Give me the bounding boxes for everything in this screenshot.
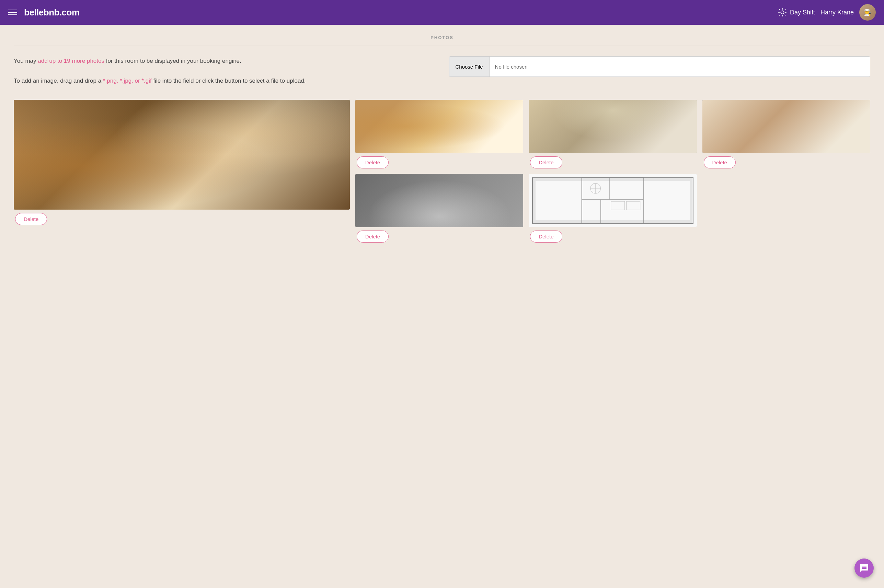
photo-item-4: Delete [702, 100, 870, 168]
top-section: You may add up to 19 more photos for thi… [14, 56, 870, 86]
bedroom-image [14, 100, 350, 210]
file-input-wrapper: Choose File No file chosen [449, 56, 870, 77]
svg-rect-13 [601, 200, 644, 224]
description: You may add up to 19 more photos for thi… [14, 56, 435, 86]
menu-icon[interactable] [8, 10, 17, 15]
desc-text2: for this room to be displayed in your bo… [104, 58, 241, 64]
dining-image [702, 100, 870, 153]
avatar-placeholder: 👨‍🍳 [859, 4, 876, 21]
photos-grid: Delete Delete Delete Delete [14, 100, 870, 243]
svg-line-8 [785, 9, 785, 10]
delete-button-4[interactable]: Delete [704, 156, 736, 168]
svg-rect-17 [611, 201, 625, 210]
svg-rect-10 [582, 177, 609, 200]
svg-point-14 [591, 183, 601, 194]
svg-line-6 [785, 15, 785, 15]
desc-highlight: add up to 19 more photos [38, 58, 104, 64]
section-title: PHOTOS [14, 35, 870, 46]
photo-floorplan [529, 174, 696, 227]
avatar: 👨‍🍳 [859, 4, 876, 21]
photo-dining [702, 100, 870, 153]
no-file-label: No file chosen [490, 60, 533, 73]
bathroom-image [355, 174, 523, 227]
hotel-room-image [355, 100, 523, 153]
description-line1: You may add up to 19 more photos for thi… [14, 56, 435, 66]
svg-rect-12 [582, 200, 601, 224]
svg-line-5 [779, 9, 780, 10]
user-name: Harry Krane [821, 9, 854, 16]
photo-hotel-room [355, 100, 523, 153]
photo-item-2: Delete [355, 100, 523, 168]
svg-rect-9 [582, 177, 644, 224]
inst-text2: file into the field or click the button … [152, 78, 306, 84]
photo-item-6: Delete [529, 174, 696, 243]
svg-rect-18 [627, 201, 640, 210]
header-right: Day Shift Harry Krane 👨‍🍳 [777, 4, 876, 21]
logo: bellebnb.com [24, 7, 80, 18]
main-content: PHOTOS You may add up to 19 more photos … [0, 25, 884, 253]
svg-point-0 [781, 10, 784, 14]
photo-item-large: Delete [14, 100, 350, 225]
delete-button-5[interactable]: Delete [357, 231, 389, 243]
header-left: bellebnb.com [8, 7, 80, 18]
kitchen-image [529, 100, 696, 153]
photo-item-5: Delete [355, 174, 523, 243]
delete-button-2[interactable]: Delete [357, 156, 389, 168]
photo-item-3: Delete [529, 100, 696, 168]
shift-label: Day Shift [790, 9, 815, 16]
desc-text1: You may [14, 58, 38, 64]
sun-icon [777, 8, 787, 17]
choose-file-button[interactable]: Choose File [450, 57, 490, 76]
inst-text1: To add an image, drag and drop a [14, 78, 103, 84]
shift-area: Day Shift [777, 8, 815, 17]
delete-button-3[interactable]: Delete [530, 156, 562, 168]
delete-button-1[interactable]: Delete [15, 213, 47, 225]
description-line2: To add an image, drag and drop a *.png, … [14, 76, 435, 86]
upload-area: Choose File No file chosen [449, 56, 870, 77]
file-types: *.png, *.jpg, or *.gif [103, 78, 152, 84]
photo-bedroom [14, 100, 350, 210]
floorplan-image [529, 174, 696, 227]
photo-bathroom [355, 174, 523, 227]
photo-kitchen [529, 100, 696, 153]
header: bellebnb.com Day Shift Harry Krane 👨‍🍳 [0, 0, 884, 25]
svg-rect-11 [609, 177, 644, 200]
svg-line-7 [779, 15, 780, 15]
avatar-initials: 👨‍🍳 [864, 9, 871, 16]
chat-icon [859, 563, 869, 573]
chat-button[interactable] [854, 558, 874, 578]
delete-button-6[interactable]: Delete [530, 231, 562, 243]
